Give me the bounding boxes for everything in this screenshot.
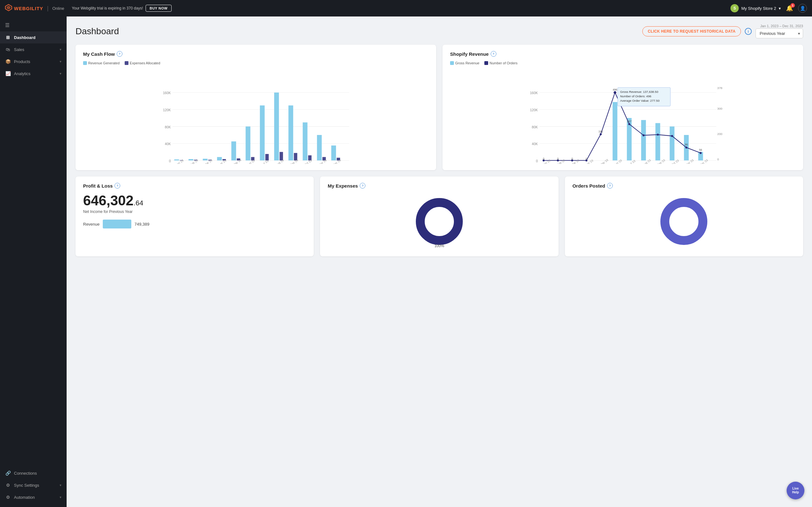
buy-now-button[interactable]: BUY NOW — [146, 5, 171, 12]
svg-text:0: 0 — [557, 157, 559, 160]
svg-text:160K: 160K — [163, 91, 171, 95]
svg-text:496: 496 — [613, 88, 618, 91]
sidebar-item-sales[interactable]: 🛍 Sales ▾ — [0, 43, 67, 55]
logo-icon — [5, 4, 12, 13]
shopify-gross-swatch — [450, 61, 454, 65]
orders-posted-title: Orders Posted ? — [572, 183, 796, 188]
my-expenses-donut — [328, 193, 551, 250]
sync-settings-chevron-icon: ▾ — [60, 483, 61, 487]
shopify-revenue-svg: 0 40K 80K 120K 160K — [450, 69, 796, 164]
request-historical-data-button[interactable]: CLICK HERE TO REQUEST HISTORICAL DATA — [642, 26, 741, 37]
sidebar-label-dashboard: Dashboard — [14, 35, 36, 40]
svg-text:0: 0 — [717, 158, 719, 161]
profit-loss-info-icon[interactable]: ? — [114, 183, 120, 188]
sidebar-label-automation: Automation — [14, 495, 35, 500]
products-chevron-icon: ▾ — [60, 60, 61, 64]
sidebar-item-automation[interactable]: ⚙ Automation ▾ — [0, 491, 67, 503]
notification-button[interactable]: 🔔 1 — [786, 5, 793, 12]
svg-rect-23 — [331, 146, 336, 160]
svg-point-75 — [614, 91, 617, 94]
analytics-chevron-icon: ▾ — [60, 72, 61, 76]
my-expenses-info-icon[interactable]: ? — [360, 183, 365, 188]
store-name: My Shopify Store 2 — [741, 6, 776, 11]
legend-revenue: Revenue Generated — [83, 61, 119, 65]
svg-text:0: 0 — [543, 157, 544, 160]
sales-icon: 🛍 — [5, 47, 11, 52]
sidebar-item-sync-settings[interactable]: ⚙ Sync Settings ▾ — [0, 479, 67, 491]
svg-point-78 — [657, 134, 659, 135]
svg-rect-17 — [246, 126, 250, 160]
my-expenses-title: My Expenses ? — [328, 183, 551, 188]
sales-chevron-icon: ▾ — [60, 48, 61, 52]
sidebar-hamburger-button[interactable]: ☰ — [0, 19, 67, 32]
svg-text:300: 300 — [717, 107, 722, 110]
svg-marker-1 — [7, 6, 10, 9]
user-menu-button[interactable]: 👤 — [798, 4, 807, 13]
bottom-cards-row: Profit & Loss ? 646,302.64 Net Income fo… — [75, 176, 803, 257]
svg-point-77 — [643, 134, 645, 136]
shopify-revenue-card: Shopify Revenue ? Gross Revenue Number o… — [443, 45, 803, 170]
sync-settings-icon: ⚙ — [5, 483, 11, 488]
date-range-text: Jan 1, 2023 – Dec 31, 2023 — [760, 24, 803, 28]
cash-flow-chart: 0 40K 80K 120K 160K — [83, 69, 428, 164]
dashboard-header: Dashboard CLICK HERE TO REQUEST HISTORIC… — [75, 24, 803, 38]
shopify-legend: Gross Revenue Number of Orders — [450, 61, 796, 65]
svg-rect-66 — [655, 123, 660, 160]
live-help-button[interactable]: Live Help — [786, 482, 804, 499]
sidebar-label-connections: Connections — [14, 471, 37, 475]
analytics-icon: 📈 — [5, 71, 11, 76]
topbar-status: Online — [52, 6, 64, 11]
svg-rect-22 — [317, 135, 322, 160]
svg-rect-20 — [288, 106, 293, 161]
shopify-legend-gross: Gross Revenue — [450, 61, 479, 65]
sidebar-label-sync-settings: Sync Settings — [14, 483, 39, 488]
legend-expenses: Expenses Allocated — [125, 61, 160, 65]
svg-text:0: 0 — [169, 159, 171, 163]
svg-point-76 — [628, 123, 630, 125]
topbar-right: S My Shopify Store 2 ▾ 🔔 1 👤 — [730, 4, 807, 13]
sidebar-item-products[interactable]: 📦 Products ▾ — [0, 55, 67, 67]
orders-posted-card: Orders Posted ? — [565, 176, 803, 257]
svg-text:40K: 40K — [165, 142, 171, 146]
sidebar-item-analytics[interactable]: 📈 Analytics ▾ — [0, 67, 67, 79]
svg-rect-14 — [203, 159, 207, 160]
expenses-donut-svg — [414, 196, 465, 247]
sidebar-label-analytics: Analytics — [14, 71, 31, 76]
my-expenses-card: My Expenses ? 100% — [320, 176, 558, 257]
svg-point-74 — [600, 133, 602, 135]
logo: WEBGILITY — [5, 4, 43, 13]
svg-rect-67 — [670, 126, 674, 160]
svg-text:0: 0 — [586, 157, 587, 160]
sidebar-item-connections[interactable]: 🔗 Connections — [0, 467, 67, 479]
orders-donut-svg — [658, 196, 709, 247]
profit-loss-title: Profit & Loss ? — [83, 183, 306, 188]
svg-point-81 — [700, 152, 702, 154]
store-icon: S — [730, 4, 739, 12]
profit-loss-card: Profit & Loss ? 646,302.64 Net Income fo… — [75, 176, 314, 257]
svg-rect-19 — [274, 93, 279, 160]
orders-posted-info-icon[interactable]: ? — [607, 183, 613, 188]
cash-flow-info-icon[interactable]: ? — [117, 51, 122, 57]
period-dropdown[interactable]: Previous Year — [756, 29, 803, 38]
svg-rect-63 — [612, 102, 617, 160]
notification-badge: 1 — [791, 3, 795, 8]
svg-text:267: 267 — [627, 120, 632, 123]
store-selector[interactable]: S My Shopify Store 2 ▾ — [730, 4, 781, 12]
svg-rect-12 — [174, 159, 179, 160]
automation-chevron-icon: ▾ — [60, 495, 61, 499]
shopify-orders-label: Number of Orders — [490, 61, 517, 65]
trial-text: Your Webgility trial is expiring in 370 … — [72, 6, 143, 10]
shopify-revenue-info-icon[interactable]: ? — [491, 51, 496, 57]
charts-row: My Cash Flow ? Revenue Generated Expense… — [75, 45, 803, 170]
sidebar-item-dashboard[interactable]: ⊞ Dashboard — [0, 32, 67, 43]
svg-text:0: 0 — [536, 159, 538, 163]
historical-info-icon[interactable]: i — [745, 28, 752, 35]
svg-text:120K: 120K — [530, 108, 538, 112]
shopify-revenue-chart: 0 40K 80K 120K 160K — [450, 69, 796, 164]
svg-point-80 — [686, 147, 687, 148]
sidebar-label-products: Products — [14, 59, 30, 64]
svg-rect-21 — [303, 122, 307, 160]
cash-flow-legend: Revenue Generated Expenses Allocated — [83, 61, 428, 65]
logo-text: WEBGILITY — [14, 6, 43, 11]
profit-loss-bar-value: 749,389 — [135, 222, 149, 227]
